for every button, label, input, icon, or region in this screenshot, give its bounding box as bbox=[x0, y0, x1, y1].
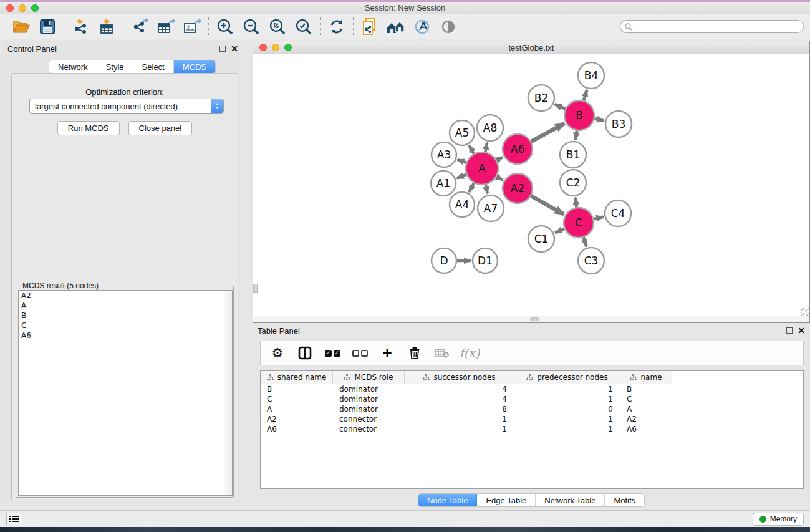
node-A[interactable]: A bbox=[466, 152, 498, 185]
zoom-out-icon[interactable] bbox=[241, 17, 261, 36]
hide-labels-icon[interactable] bbox=[412, 17, 432, 36]
unselect-all-columns-icon[interactable] bbox=[352, 345, 368, 361]
table-tabs: Node TableEdge TableNetwork TableMotifs bbox=[418, 493, 645, 507]
show-columns-icon[interactable] bbox=[297, 345, 313, 361]
mcds-list-scrollbar[interactable] bbox=[224, 291, 232, 495]
create-column-icon[interactable]: + bbox=[379, 345, 395, 361]
node-B3[interactable]: B3 bbox=[605, 111, 632, 137]
mcds-result-list[interactable]: A2ABCA6 bbox=[18, 290, 233, 496]
criterion-selected-value: largest connected component (directed) bbox=[30, 102, 211, 111]
memory-button[interactable]: Memory bbox=[753, 513, 804, 526]
search-input[interactable] bbox=[633, 22, 803, 31]
mcds-result-item[interactable]: A bbox=[19, 301, 232, 311]
network-horizontal-scrollbar[interactable] bbox=[254, 316, 809, 322]
zoom-in-icon[interactable] bbox=[215, 17, 235, 36]
network-hscroll-thumb[interactable] bbox=[530, 317, 539, 321]
table-row[interactable]: A2connector11A2 bbox=[261, 414, 803, 424]
svg-text:C4: C4 bbox=[611, 207, 625, 220]
tab-style[interactable]: Style bbox=[97, 60, 133, 73]
tab-network[interactable]: Network bbox=[49, 60, 97, 73]
close-panel-button[interactable]: Close panel bbox=[128, 121, 193, 135]
refresh-icon[interactable] bbox=[327, 17, 347, 36]
node-A4[interactable]: A4 bbox=[450, 192, 475, 217]
run-mcds-button[interactable]: Run MCDS bbox=[57, 121, 120, 135]
node-A3[interactable]: A3 bbox=[432, 142, 456, 167]
delete-table-icon[interactable] bbox=[434, 345, 450, 361]
memory-status-icon bbox=[759, 516, 766, 523]
import-table-icon[interactable] bbox=[97, 17, 117, 36]
criterion-select[interactable]: largest connected component (directed) ▲… bbox=[29, 99, 224, 114]
export-network-icon[interactable] bbox=[130, 17, 150, 36]
search-field[interactable] bbox=[620, 20, 804, 33]
node-B2[interactable]: B2 bbox=[528, 85, 554, 111]
column-header-successor-nodes[interactable]: successor nodes bbox=[405, 371, 514, 384]
node-C[interactable]: C bbox=[564, 208, 594, 238]
open-file-icon[interactable] bbox=[11, 17, 31, 36]
zoom-selected-icon[interactable] bbox=[294, 17, 314, 36]
node-A2[interactable]: A2 bbox=[503, 173, 533, 203]
svg-text:A: A bbox=[478, 162, 486, 175]
node-D[interactable]: D bbox=[432, 248, 456, 273]
node-C3[interactable]: C3 bbox=[578, 248, 604, 274]
export-image-icon[interactable] bbox=[182, 17, 202, 36]
node-table[interactable]: shared nameMCDS rolesuccessor nodesprede… bbox=[260, 370, 804, 489]
tab-select[interactable]: Select bbox=[133, 60, 174, 73]
mcds-result-item[interactable]: A6 bbox=[19, 331, 232, 341]
table-float-panel-icon[interactable] bbox=[786, 327, 793, 334]
import-network-icon[interactable] bbox=[70, 17, 90, 36]
mcds-tab-content: Optimization criterion: largest connecte… bbox=[11, 73, 238, 501]
node-A8[interactable]: A8 bbox=[477, 115, 503, 141]
mcds-result-item[interactable]: B bbox=[19, 311, 232, 321]
table-row[interactable]: A6connector11A6 bbox=[261, 424, 803, 434]
network-canvas[interactable]: B4B2BB3A5A8A6A3B1AA1C2A2A4A7C4CC1C3DD1 bbox=[254, 55, 809, 316]
column-header-name[interactable]: name bbox=[620, 371, 672, 384]
node-A5[interactable]: A5 bbox=[450, 120, 475, 145]
tab-motifs[interactable]: Motifs bbox=[605, 494, 644, 506]
column-header-shared-name[interactable]: shared name bbox=[261, 371, 333, 384]
close-panel-icon[interactable]: ✕ bbox=[231, 46, 238, 52]
mcds-result-item[interactable]: C bbox=[19, 321, 232, 331]
function-builder-icon[interactable]: f(x) bbox=[461, 345, 478, 361]
network-window-titlebar[interactable]: testGlobe.txt bbox=[253, 41, 809, 54]
zoom-fit-icon[interactable] bbox=[268, 17, 287, 36]
task-history-button[interactable] bbox=[6, 513, 22, 525]
table-cell: B bbox=[261, 385, 333, 394]
node-D1[interactable]: D1 bbox=[473, 248, 498, 273]
edge-A2-C[interactable] bbox=[529, 195, 564, 215]
node-C2[interactable]: C2 bbox=[560, 170, 586, 196]
select-all-columns-icon[interactable]: ✓✓ bbox=[324, 345, 340, 361]
column-header-predecessor-nodes[interactable]: predecessor nodes bbox=[514, 371, 620, 384]
edge-A6-B[interactable] bbox=[529, 123, 564, 143]
new-network-from-selection-icon[interactable] bbox=[360, 17, 380, 36]
table-cell: A bbox=[261, 405, 333, 414]
tab-network-table[interactable]: Network Table bbox=[536, 494, 605, 506]
node-B4[interactable]: B4 bbox=[578, 62, 604, 89]
table-row[interactable]: Cdominator41C bbox=[261, 394, 803, 404]
window-resize-grip[interactable] bbox=[801, 308, 809, 316]
first-neighbors-icon[interactable] bbox=[386, 17, 406, 36]
column-header-MCDS-role[interactable]: MCDS role bbox=[333, 371, 405, 384]
tab-node-table[interactable]: Node Table bbox=[418, 494, 478, 506]
svg-text:C3: C3 bbox=[584, 254, 599, 267]
node-A6[interactable]: A6 bbox=[503, 134, 533, 164]
node-A7[interactable]: A7 bbox=[478, 195, 504, 221]
node-C4[interactable]: C4 bbox=[605, 200, 631, 226]
node-B1[interactable]: B1 bbox=[560, 142, 586, 168]
table-panel: Table Panel ✕ ⚙ ✓✓ + f(x) shared nameMCD… bbox=[253, 323, 810, 510]
table-row[interactable]: Adominator80A bbox=[261, 404, 803, 414]
table-settings-gear-icon[interactable]: ⚙ bbox=[269, 345, 286, 361]
save-session-icon[interactable] bbox=[37, 17, 57, 36]
table-row[interactable]: Bdominator41B bbox=[261, 384, 803, 394]
delete-column-icon[interactable] bbox=[407, 345, 423, 361]
show-hide-graphics-icon[interactable] bbox=[438, 17, 458, 36]
float-panel-icon[interactable] bbox=[219, 46, 226, 52]
network-vertical-scrollbar-thumb[interactable] bbox=[253, 284, 258, 293]
node-A1[interactable]: A1 bbox=[431, 171, 456, 196]
export-table-icon[interactable] bbox=[156, 17, 176, 36]
tab-edge-table[interactable]: Edge Table bbox=[477, 494, 536, 506]
mcds-result-item[interactable]: A2 bbox=[19, 291, 232, 301]
tab-mcds[interactable]: MCDS bbox=[174, 60, 215, 73]
node-B[interactable]: B bbox=[564, 100, 594, 130]
node-C1[interactable]: C1 bbox=[528, 226, 554, 252]
table-close-panel-icon[interactable]: ✕ bbox=[798, 327, 805, 334]
